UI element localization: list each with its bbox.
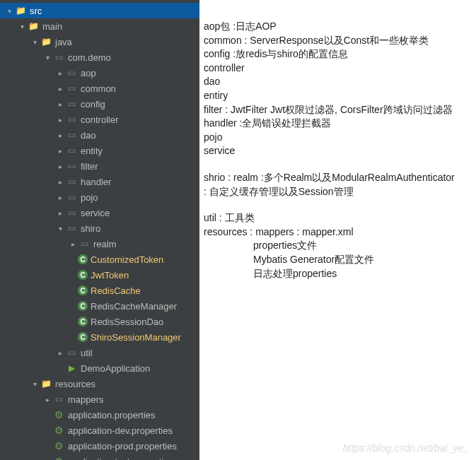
- package-service[interactable]: ▭service: [0, 205, 199, 220]
- folder-src-icon: 📁: [14, 6, 27, 16]
- package-icon: ▭: [65, 161, 78, 171]
- tree-label: src: [30, 6, 42, 16]
- expand-arrow-icon[interactable]: [30, 380, 40, 388]
- expand-arrow-icon[interactable]: [55, 163, 65, 170]
- expand-arrow-icon[interactable]: [30, 38, 40, 46]
- folder-java[interactable]: 📁java: [0, 34, 199, 49]
- tree-label: application-test.properties: [68, 456, 173, 461]
- desc-line: dao: [204, 75, 470, 89]
- tree-label: JwtToken: [91, 270, 129, 281]
- expand-arrow-icon[interactable]: [42, 54, 52, 61]
- class-shirosessionmanager[interactable]: CShiroSessionManager: [0, 329, 199, 345]
- expand-arrow-icon[interactable]: [55, 194, 65, 201]
- description-pane: aop包 :日志AOPcommon : ServerResponse以及Cons…: [199, 0, 476, 460]
- folder-src-icon: 📁: [40, 37, 52, 47]
- properties-icon: ⚙: [52, 440, 65, 452]
- tree-label: RedisCache: [91, 285, 141, 296]
- expand-arrow-icon[interactable]: [55, 69, 65, 77]
- package-icon: ▭: [65, 146, 78, 155]
- tree-label: CustomizedToken: [91, 254, 163, 265]
- package-entity[interactable]: ▭entity: [0, 143, 199, 158]
- file-application-dev-properties[interactable]: ⚙application-dev.properties: [0, 423, 199, 438]
- expand-arrow-icon[interactable]: [4, 7, 14, 15]
- package-icon: ▭: [78, 239, 91, 249]
- package-icon: ▭: [52, 52, 65, 62]
- class-demoapplication[interactable]: ▶DemoApplication: [0, 360, 199, 376]
- package-dao[interactable]: ▭dao: [0, 127, 199, 143]
- package-icon: ▭: [52, 394, 65, 404]
- class-rediscache[interactable]: CRedisCache: [0, 283, 199, 298]
- tree-label: entity: [81, 146, 103, 156]
- expand-arrow-icon[interactable]: [42, 396, 52, 403]
- package-pojo[interactable]: ▭pojo: [0, 189, 199, 205]
- tree-label: service: [81, 208, 110, 218]
- expand-arrow-icon[interactable]: [55, 349, 65, 357]
- tree-label: dao: [81, 130, 96, 141]
- desc-line: service: [204, 144, 470, 158]
- package-icon: ▭: [65, 68, 78, 78]
- spring-icon: ▶: [65, 363, 78, 373]
- class-jwttoken[interactable]: CJwtToken: [0, 267, 199, 283]
- desc-line: filter : JwtFilter Jwt权限过滤器, CorsFilter跨…: [204, 103, 470, 117]
- properties-icon: ⚙: [52, 425, 65, 436]
- package-com-demo[interactable]: ▭com.demo: [0, 49, 199, 65]
- desc-line: aop包 :日志AOP: [204, 20, 470, 34]
- expand-arrow-icon[interactable]: [55, 147, 65, 155]
- expand-arrow-icon[interactable]: [17, 23, 27, 30]
- expand-arrow-icon[interactable]: [55, 85, 65, 93]
- package-icon: ▭: [65, 177, 78, 187]
- class-customizedtoken[interactable]: CCustomizedToken: [0, 252, 199, 267]
- desc-line: Mybatis Generator配置文件: [204, 253, 470, 267]
- expand-arrow-icon[interactable]: [55, 116, 65, 124]
- tree-label: DemoApplication: [81, 363, 150, 374]
- expand-arrow-icon[interactable]: [55, 178, 65, 186]
- folder-src[interactable]: 📁src: [0, 3, 199, 18]
- tree-label: filter: [81, 161, 98, 172]
- package-config[interactable]: ▭config: [0, 96, 199, 112]
- desc-line: common : ServerResponse以及Const和一些枚举类: [204, 34, 470, 48]
- file-application-properties[interactable]: ⚙application.properties: [0, 407, 199, 423]
- package-util[interactable]: ▭util: [0, 345, 199, 360]
- tree-label: realm: [93, 239, 117, 249]
- class-c-icon: C: [78, 285, 88, 295]
- package-icon: ▭: [65, 192, 78, 202]
- package-icon: ▭: [65, 83, 78, 93]
- package-icon: ▭: [65, 99, 78, 109]
- class-c-icon: C: [78, 332, 88, 342]
- tree-label: ShiroSessionManager: [91, 332, 181, 343]
- package-shiro[interactable]: ▭shiro: [0, 220, 199, 236]
- file-application-prod-properties[interactable]: ⚙application-prod.properties: [0, 438, 199, 454]
- expand-arrow-icon[interactable]: [55, 209, 65, 217]
- folder-mappers[interactable]: ▭mappers: [0, 391, 199, 407]
- tree-label: pojo: [81, 192, 98, 203]
- tree-label: controller: [81, 114, 118, 125]
- package-filter[interactable]: ▭filter: [0, 158, 199, 174]
- tree-label: config: [81, 99, 105, 110]
- desc-line: entiry: [204, 89, 470, 103]
- expand-arrow-icon[interactable]: [55, 100, 65, 108]
- tree-label: com.demo: [68, 52, 111, 63]
- tree-label: application-dev.properties: [68, 425, 173, 436]
- tree-label: java: [55, 37, 72, 47]
- expand-arrow-icon[interactable]: [68, 240, 78, 248]
- tree-label: resources: [55, 379, 95, 389]
- class-c-icon: C: [78, 301, 88, 311]
- class-rediscachemanager[interactable]: CRedisCacheManager: [0, 298, 199, 314]
- desc-line: : 自定义缓存管理以及Session管理: [204, 185, 470, 199]
- package-realm[interactable]: ▭realm: [0, 236, 199, 252]
- class-redissessiondao[interactable]: CRedisSessionDao: [0, 314, 199, 329]
- package-controller[interactable]: ▭controller: [0, 112, 199, 127]
- desc-resources: resources : mappers : mapper.xml: [204, 225, 470, 240]
- package-handler[interactable]: ▭handler: [0, 174, 199, 189]
- package-icon: ▭: [65, 348, 78, 358]
- project-tree[interactable]: 📁src📁main📁java▭com.demo▭aop▭common▭confi…: [0, 0, 199, 460]
- tree-label: main: [42, 21, 62, 32]
- expand-arrow-icon[interactable]: [55, 131, 65, 139]
- package-aop[interactable]: ▭aop: [0, 65, 199, 81]
- folder-resources[interactable]: 📁resources: [0, 376, 199, 391]
- file-application-test-properties[interactable]: ⚙application-test.properties: [0, 454, 199, 460]
- desc-line: controller: [204, 61, 470, 76]
- folder-main[interactable]: 📁main: [0, 18, 199, 34]
- package-common[interactable]: ▭common: [0, 81, 199, 96]
- expand-arrow-icon[interactable]: [55, 225, 65, 232]
